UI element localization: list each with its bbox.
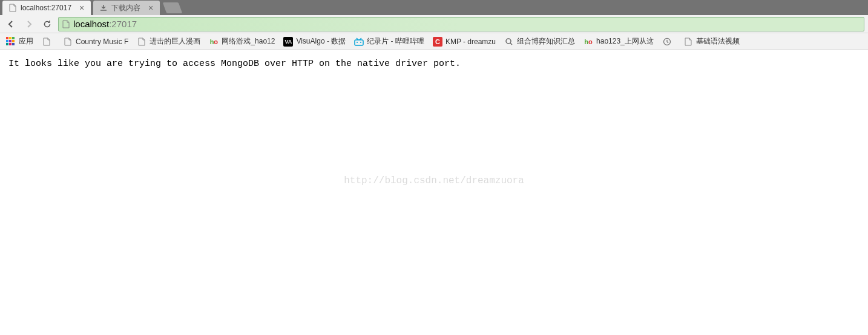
doc-icon (42, 37, 51, 47)
search-icon (504, 37, 514, 47)
bookmark-label: 组合博弈知识汇总 (517, 36, 575, 47)
bookmarks-bar: 应用 Country Music F 进击的巨人漫画 ho 网络游戏_hao12… (0, 33, 868, 50)
tab-close-icon[interactable]: × (77, 4, 86, 12)
svg-rect-0 (355, 40, 363, 45)
site-info-icon[interactable] (62, 20, 70, 28)
url-host: localhost (73, 19, 109, 29)
apps-label: 应用 (19, 36, 33, 47)
csdn-icon: C (433, 37, 442, 47)
bookmark-item[interactable]: 纪录片 - 哔哩哔哩 (350, 34, 428, 49)
tab-inactive[interactable]: 下载内容 × (93, 1, 160, 15)
url-port: :27017 (109, 19, 137, 29)
bookmark-label: 纪录片 - 哔哩哔哩 (367, 36, 424, 47)
tab-strip: localhost:27017 × 下载内容 × (0, 0, 868, 15)
page-body: It looks like you are trying to access M… (0, 50, 868, 77)
bookmark-label: Country Music F (76, 37, 128, 46)
svg-point-3 (506, 39, 511, 44)
svg-point-2 (360, 42, 361, 43)
bookmark-label: 基础语法视频 (696, 36, 740, 47)
apps-icon (6, 37, 16, 47)
bookmark-item[interactable]: 组合博弈知识汇总 (501, 34, 579, 49)
bookmark-label: 网络游戏_hao12 (222, 36, 275, 47)
bookmark-item[interactable]: VA VisuAlgo - 数据 (280, 34, 349, 49)
address-bar[interactable]: localhost:27017 (58, 17, 864, 31)
doc-icon (683, 37, 693, 47)
bookmark-item[interactable]: ho hao123_上网从这 (580, 34, 657, 49)
back-button[interactable] (4, 17, 18, 31)
reload-button[interactable] (40, 17, 54, 31)
apps-button[interactable]: 应用 (2, 34, 37, 49)
watermark-text: http://blog.csdn.net/dreamzuora (344, 175, 524, 186)
tab-favicon-doc-icon (8, 4, 17, 12)
tab-favicon-download-icon (99, 4, 108, 12)
bookmark-item[interactable]: 进击的巨人漫画 (133, 34, 204, 49)
bookmark-item[interactable] (659, 34, 679, 49)
history-icon (662, 37, 672, 47)
bilibili-icon (354, 37, 364, 47)
forward-button[interactable] (22, 17, 36, 31)
visualgo-icon: VA (283, 37, 293, 47)
bookmark-label: hao123_上网从这 (596, 36, 654, 47)
svg-point-1 (357, 42, 358, 43)
bookmark-label: 进击的巨人漫画 (150, 36, 200, 47)
bookmark-item[interactable]: Country Music F (59, 34, 132, 49)
bookmark-item[interactable]: ho 网络游戏_hao12 (205, 34, 278, 49)
tab-title: localhost:27017 (21, 4, 71, 12)
new-tab-button[interactable] (163, 2, 183, 13)
bookmark-item[interactable] (38, 34, 58, 49)
mongo-http-message: It looks like you are trying to access M… (8, 59, 461, 69)
doc-icon (137, 37, 146, 47)
bookmark-item[interactable]: C KMP - dreamzu (429, 34, 499, 49)
bookmark-item[interactable]: 基础语法视频 (680, 34, 743, 49)
tab-close-icon[interactable]: × (146, 4, 155, 12)
tab-active[interactable]: localhost:27017 × (2, 1, 91, 15)
hao-icon: ho (584, 37, 593, 47)
toolbar: localhost:27017 (0, 15, 868, 33)
bookmark-label: KMP - dreamzu (446, 37, 496, 46)
tab-title: 下载内容 (111, 3, 140, 13)
bookmark-label: VisuAlgo - 数据 (296, 36, 346, 47)
doc-icon (63, 37, 73, 47)
hao-icon: ho (209, 37, 219, 47)
